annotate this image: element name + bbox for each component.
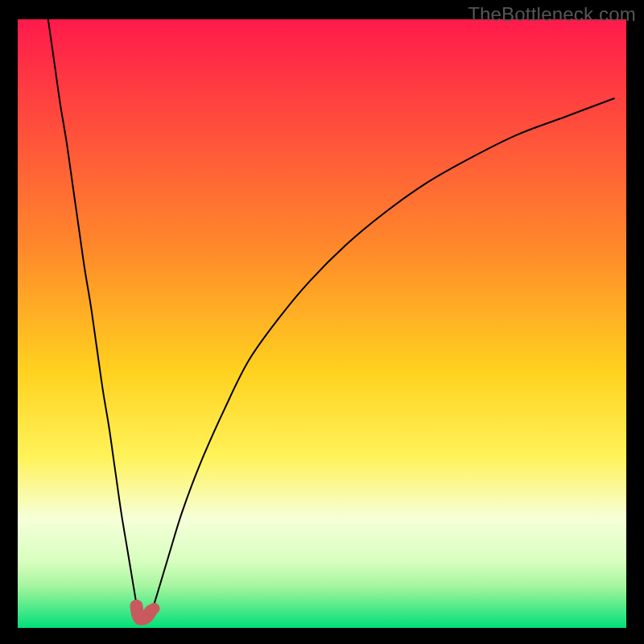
bottleneck-chart (18, 19, 626, 628)
valley-marker-dot (149, 603, 160, 614)
outer-frame: TheBottleneck.com (0, 0, 644, 644)
gradient-background (18, 19, 626, 628)
attribution-label: TheBottleneck.com (468, 3, 636, 26)
plot-area (18, 19, 626, 628)
